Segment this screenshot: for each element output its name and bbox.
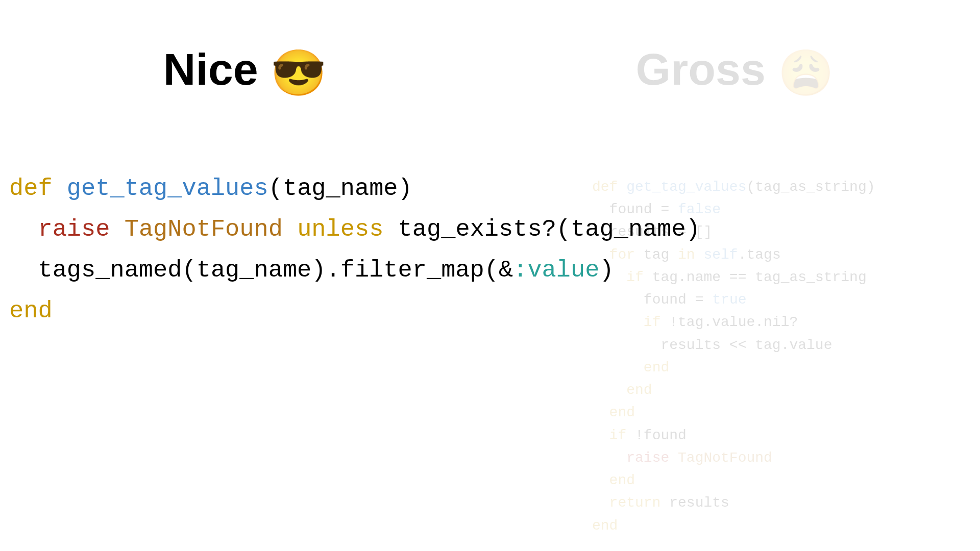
code-token: !found: [626, 428, 687, 443]
code-token: end: [644, 360, 669, 375]
code-token: for: [609, 247, 635, 263]
code-token: (tag_name): [268, 175, 412, 202]
code-token: end: [9, 297, 53, 324]
nice-text: Nice: [163, 44, 271, 94]
code-token: !tag.value.nil?: [660, 314, 798, 330]
code-token: found: [609, 202, 661, 217]
code-token: tags_named(tag_name).filter_map(&: [38, 257, 513, 284]
sunglasses-emoji-icon: 😎: [271, 46, 327, 99]
code-token: .tags: [738, 247, 781, 263]
code-token: TagNotFound: [125, 216, 283, 243]
gross-code-block: def get_tag_values(tag_as_string) found …: [592, 176, 875, 537]
code-token: results: [660, 495, 729, 511]
code-token: end: [592, 518, 618, 534]
code-token: get_tag_values: [67, 175, 268, 202]
code-token: tag: [635, 247, 678, 263]
code-token: true: [703, 292, 746, 308]
code-token: found: [644, 292, 695, 308]
gross-header: Gross 😩: [490, 43, 980, 99]
code-token: =: [695, 292, 704, 308]
code-token: results: [609, 224, 678, 240]
code-token: TagNotFound: [669, 450, 772, 466]
code-token: =: [660, 202, 669, 217]
code-token: []: [687, 224, 712, 240]
gross-text: Gross: [636, 44, 778, 94]
weary-emoji-icon: 😩: [778, 46, 834, 99]
code-token: end: [626, 382, 652, 398]
code-token: def: [592, 179, 618, 195]
code-token: def: [9, 175, 53, 202]
code-token: raise: [38, 216, 110, 243]
code-token: if: [609, 428, 627, 443]
code-token: get_tag_values: [626, 179, 746, 195]
code-token: self: [695, 247, 738, 263]
code-token: end: [609, 405, 635, 420]
header-row: Nice 😎 Gross 😩: [0, 0, 980, 99]
code-token: =: [678, 224, 687, 240]
code-token: :value: [513, 257, 599, 284]
code-token: tag.name == tag_as_string: [644, 269, 867, 285]
code-token: end: [609, 472, 635, 488]
code-token: if: [644, 314, 661, 330]
code-token: unless: [297, 216, 383, 243]
code-token: (tag_as_string): [746, 179, 875, 195]
code-token: return: [609, 495, 661, 511]
nice-header: Nice 😎: [0, 43, 490, 99]
code-token: if: [626, 269, 644, 285]
code-token: false: [669, 202, 721, 217]
code-token: results << tag.value: [660, 337, 832, 353]
code-token: in: [678, 247, 695, 263]
code-token: raise: [626, 450, 669, 466]
